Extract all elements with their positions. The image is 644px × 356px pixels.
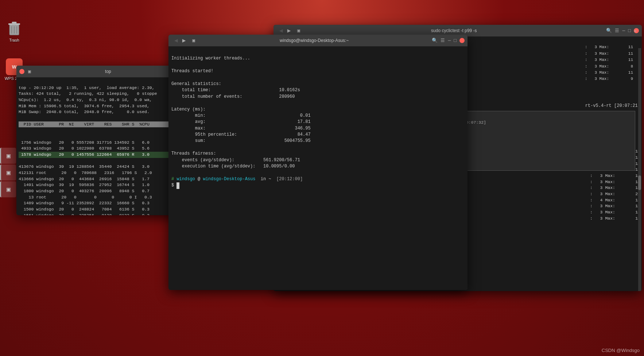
- search-icon[interactable]: 🔍: [432, 38, 438, 43]
- cyclic-minimize-icon[interactable]: ─: [622, 28, 625, 34]
- csdn-watermark-text: CSDN @Windsgo: [602, 348, 640, 353]
- main-prompt-time: [20:12:00]: [274, 177, 303, 182]
- scrollbar-thumb[interactable]: [638, 175, 641, 190]
- main-prompt-at: @: [195, 177, 203, 182]
- top-process-rows2: 413676 windsgo 39 19 1288564 35440 24424…: [19, 164, 152, 215]
- terminal-icon-2: ▣: [7, 185, 11, 193]
- main-prompt-user: windsgo: [176, 177, 195, 182]
- svg-rect-2: [12, 22, 16, 24]
- cyclic-tab-icon: ▣: [297, 28, 300, 34]
- cyclic-titlebar-icons: 🔍 ☰ ─ □ ✕: [606, 28, 639, 34]
- trash-label: Trash: [9, 38, 19, 42]
- cyclic-nav-arrows: ◀ ▶: [276, 26, 294, 35]
- top-stats: top - 20:12:20 up 1:35, 1 user, load ave…: [19, 85, 157, 115]
- cyclic-maximize-icon[interactable]: □: [628, 28, 631, 34]
- back-arrow[interactable]: ◀: [173, 36, 179, 45]
- cyclic-window-title: sudo cyclictest -t p99 -s: [304, 28, 604, 33]
- top-close-btn[interactable]: [19, 69, 24, 74]
- minimize-icon[interactable]: ─: [448, 38, 451, 43]
- main-prompt-host: windsgo-Desktop-Asus: [203, 177, 255, 182]
- main-prompt-dir: in ~: [255, 177, 273, 182]
- top-process-rows: 1756 windsgo 20 0 5557208 317716 134592 …: [19, 140, 150, 151]
- top-terminal-window: ▣ top top - 20:12:20 up 1:35, 1 user, lo…: [16, 66, 186, 215]
- main-terminal-window: ◀ ▶ ▣ windsgo@windsgo-Desktop-Asus:~ 🔍 ☰…: [168, 35, 468, 290]
- main-terminal-content: Initializing worker threads... Threads s…: [168, 46, 468, 290]
- main-prompt-hash: #: [171, 177, 176, 182]
- top-titlebar: ▣ top: [16, 66, 186, 77]
- cyclic-back-arrow[interactable]: ◀: [278, 26, 284, 35]
- taskbar-item-0[interactable]: ▣: [0, 148, 16, 164]
- scrollbar[interactable]: [638, 48, 641, 291]
- top-content: top - 20:12:20 up 1:35, 1 user, load ave…: [16, 77, 186, 215]
- cyclic-close-btn[interactable]: ✕: [634, 28, 639, 33]
- top-window-title: top: [33, 69, 183, 74]
- main-nav-arrows: ◀ ▶: [171, 36, 189, 45]
- cyclic-forward-arrow[interactable]: ▶: [286, 26, 292, 35]
- main-titlebar: ◀ ▶ ▣ windsgo@windsgo-Desktop-Asus:~ 🔍 ☰…: [168, 35, 468, 46]
- main-content-text: Initializing worker threads... Threads s…: [171, 56, 311, 169]
- cyclic-search-icon[interactable]: 🔍: [606, 28, 612, 34]
- main-cursor-line: $: [171, 183, 176, 188]
- top-title-icon: ▣: [28, 69, 31, 74]
- maximize-icon[interactable]: □: [454, 38, 457, 43]
- taskbar-item-2[interactable]: ▣: [0, 181, 16, 197]
- top-table-header: PID USER PR NI VIRT RES SHR S %CPU: [19, 121, 184, 128]
- desktop: Trash W WPS 2019 ▣ ▣ ▣ ▣ top top - 20:12…: [0, 0, 644, 356]
- terminal-icon-1: ▣: [7, 169, 11, 177]
- main-window-title: windsgo@windsgo-Desktop-Asus:~: [199, 38, 430, 43]
- trash-icon[interactable]: Trash: [1, 18, 27, 44]
- forward-arrow[interactable]: ▶: [181, 36, 187, 45]
- top-window-controls: [19, 69, 24, 74]
- csdn-watermark: CSDN @Windsgo: [602, 348, 640, 353]
- top-process-highlight: 1578 windsgo 20 0 1457556 122664 65976 R…: [19, 152, 184, 158]
- main-titlebar-icons: 🔍 ☰ ─ □: [432, 38, 465, 43]
- cyclic-right-lines: : 3 Max: 11 : 3 Max: 11 : 3 Max: 11 : 3 …: [585, 45, 633, 81]
- cyclic-menu-icon[interactable]: ☰: [615, 28, 619, 34]
- taskbar: ▣ ▣ ▣: [0, 148, 16, 197]
- terminal-icon-0: ▣: [7, 152, 11, 160]
- taskbar-item-1[interactable]: ▣: [0, 165, 16, 181]
- main-close-btn[interactable]: [459, 38, 465, 43]
- cursor-block: [176, 182, 179, 189]
- menu-icon[interactable]: ☰: [441, 38, 445, 43]
- trash-icon-image: [5, 20, 23, 37]
- main-tab-icon: ▣: [192, 38, 195, 43]
- cyclic-right-panel: : 3 Max: 11 : 3 Max: 11 : 3 Max: 11 : 3 …: [583, 36, 642, 90]
